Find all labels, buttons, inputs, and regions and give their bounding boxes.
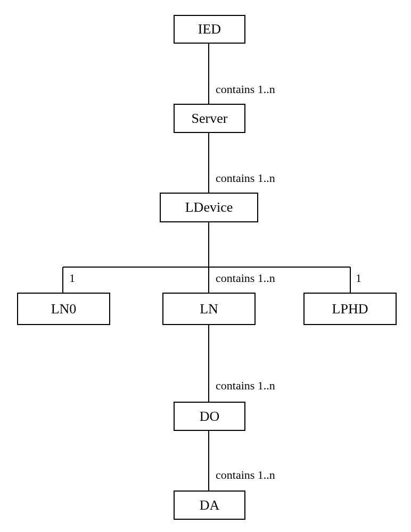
node-server-label: Server: [192, 111, 228, 127]
node-ied: IED: [174, 15, 245, 44]
node-da: DA: [174, 491, 245, 520]
node-ln: LN: [162, 293, 256, 325]
connector-lines: [0, 0, 411, 532]
node-ldevice: LDevice: [160, 193, 258, 222]
node-ln-label: LN: [200, 301, 218, 317]
edge-ldevice-ln-label: contains 1..n: [216, 271, 275, 285]
node-ln0: LN0: [17, 293, 110, 325]
node-do-label: DO: [200, 409, 220, 425]
edge-ied-server-label: contains 1..n: [216, 82, 275, 96]
node-server: Server: [174, 104, 245, 133]
node-da-label: DA: [200, 497, 220, 513]
node-ldevice-label: LDevice: [185, 200, 233, 215]
edge-ln-do-label: contains 1..n: [216, 379, 275, 393]
hierarchy-diagram: IED Server LDevice LN0 LN LPHD DO DA con…: [0, 0, 411, 532]
node-do: DO: [174, 402, 245, 431]
node-lphd-label: LPHD: [332, 301, 368, 317]
node-lphd: LPHD: [303, 293, 397, 325]
edge-do-da-label: contains 1..n: [216, 468, 275, 482]
edge-ldevice-lphd-label: 1: [356, 271, 361, 285]
edge-ldevice-ln0-label: 1: [69, 271, 75, 285]
node-ied-label: IED: [198, 21, 221, 37]
node-ln0-label: LN0: [51, 301, 77, 317]
edge-server-ldevice-label: contains 1..n: [216, 171, 275, 185]
